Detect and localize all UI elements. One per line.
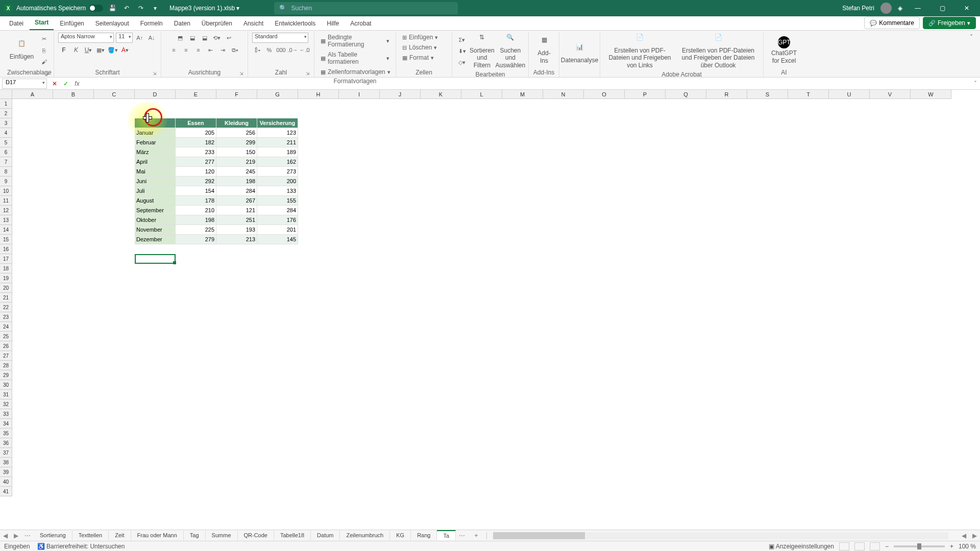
month-cell[interactable]: Mai xyxy=(135,167,176,177)
ribbon-tab-hilfe[interactable]: Hilfe xyxy=(322,17,344,30)
data-cell[interactable]: 233 xyxy=(176,147,216,157)
sheet-tab[interactable]: Tag xyxy=(184,531,206,540)
sheet-tab[interactable]: Zeit xyxy=(109,531,131,540)
data-cell[interactable]: 284 xyxy=(216,186,257,196)
data-cell[interactable]: 200 xyxy=(257,177,298,186)
col-header-P[interactable]: P xyxy=(625,90,666,99)
data-cell[interactable]: 277 xyxy=(176,157,216,167)
sheet-tab[interactable]: Rang xyxy=(411,531,437,540)
row-header-18[interactable]: 18 xyxy=(0,264,12,273)
inc-decimal-icon[interactable]: .0→ xyxy=(287,45,298,55)
sheet-tab[interactable]: Zeilenumbruch xyxy=(340,531,390,540)
row-header-13[interactable]: 13 xyxy=(0,215,12,225)
select-all-corner[interactable] xyxy=(0,90,12,99)
col-header-M[interactable]: M xyxy=(502,90,543,99)
thousands-icon[interactable]: 000 xyxy=(276,45,286,55)
number-format-combo[interactable]: Standard xyxy=(252,33,308,43)
dec-decimal-icon[interactable]: ←.0 xyxy=(299,45,310,55)
display-settings[interactable]: ▣ Anzeigeeinstellungen xyxy=(769,543,834,550)
sheet-tab[interactable]: Frau oder Mann xyxy=(131,531,184,540)
save-icon[interactable]: 💾 xyxy=(107,3,117,13)
row-header-5[interactable]: 5 xyxy=(0,138,12,147)
row-header-19[interactable]: 19 xyxy=(0,273,12,283)
row-header-8[interactable]: 8 xyxy=(0,167,12,177)
row-header-35[interactable]: 35 xyxy=(0,429,12,438)
chatgpt-button[interactable]: GPTChatGPT for Excel xyxy=(768,35,800,65)
name-box[interactable]: D17 xyxy=(2,79,47,89)
month-cell[interactable]: Oktober xyxy=(135,215,176,225)
accessibility-status[interactable]: ♿ Barrierefreiheit: Untersuchen xyxy=(37,543,125,550)
sheet-nav-prev[interactable]: ◀ xyxy=(0,532,11,539)
row-header-28[interactable]: 28 xyxy=(0,361,12,370)
col-header-D[interactable]: D xyxy=(135,90,176,99)
font-size-combo[interactable]: 11 xyxy=(116,33,133,43)
col-header-Q[interactable]: Q xyxy=(666,90,706,99)
row-header-10[interactable]: 10 xyxy=(0,186,12,196)
col-header-K[interactable]: K xyxy=(421,90,461,99)
align-left-icon[interactable]: ≡ xyxy=(168,45,180,55)
data-cell[interactable]: 284 xyxy=(257,206,298,215)
row-header-24[interactable]: 24 xyxy=(0,322,12,332)
ribbon-tab-datei[interactable]: Datei xyxy=(4,17,29,30)
format-painter-icon[interactable]: 🖌 xyxy=(38,57,50,67)
data-cell[interactable]: 219 xyxy=(216,157,257,167)
row-header-2[interactable]: 2 xyxy=(0,109,12,118)
sheet-tab[interactable]: Datum xyxy=(311,531,340,540)
data-cell[interactable]: 256 xyxy=(216,128,257,138)
fill-icon[interactable]: ⬇▾ xyxy=(456,46,468,57)
row-header-37[interactable]: 37 xyxy=(0,448,12,458)
row-header-38[interactable]: 38 xyxy=(0,458,12,467)
sheet-overflow[interactable]: ⋯ xyxy=(456,532,468,539)
share-button[interactable]: 🔗 Freigeben ▾ xyxy=(923,17,976,29)
month-cell[interactable]: Juni xyxy=(135,177,176,186)
row-header-14[interactable]: 14 xyxy=(0,225,12,235)
ribbon-tab-start[interactable]: Start xyxy=(30,16,54,30)
minimize-button[interactable]: — xyxy=(909,1,927,15)
col-header-S[interactable]: S xyxy=(747,90,788,99)
row-header-21[interactable]: 21 xyxy=(0,293,12,303)
month-cell[interactable]: Juli xyxy=(135,186,176,196)
data-cell[interactable]: 211 xyxy=(257,138,298,147)
data-cell[interactable]: 201 xyxy=(257,225,298,235)
sheet-tab[interactable]: Ta xyxy=(437,530,456,540)
redo-icon[interactable]: ↷ xyxy=(136,3,146,13)
month-cell[interactable]: Dezember xyxy=(135,235,176,244)
diamond-icon[interactable]: ◈ xyxy=(898,5,902,12)
col-header-A[interactable]: A xyxy=(12,90,53,99)
undo-icon[interactable]: ↶ xyxy=(121,3,132,13)
data-cell[interactable]: 245 xyxy=(216,167,257,177)
data-cell[interactable]: 193 xyxy=(216,225,257,235)
comments-button[interactable]: 💬 Kommentare xyxy=(864,17,920,29)
data-cell[interactable]: 154 xyxy=(176,186,216,196)
autosum-icon[interactable]: Σ▾ xyxy=(456,35,468,45)
col-header-G[interactable]: G xyxy=(257,90,298,99)
row-header-3[interactable]: 3 xyxy=(0,118,12,128)
row-header-22[interactable]: 22 xyxy=(0,303,12,312)
col-header-H[interactable]: H xyxy=(298,90,339,99)
find-select-button[interactable]: 🔍Suchen und Auswählen xyxy=(497,33,524,70)
row-header-26[interactable]: 26 xyxy=(0,341,12,351)
formula-input[interactable] xyxy=(83,79,971,89)
cancel-icon[interactable]: ✕ xyxy=(49,79,60,89)
align-right-icon[interactable]: ≡ xyxy=(193,45,204,55)
cell-styles[interactable]: ▦ Zellenformatvorlagen ▾ xyxy=(318,67,391,77)
table-header[interactable] xyxy=(135,118,176,128)
data-cell[interactable]: 299 xyxy=(216,138,257,147)
acrobat-pdf-links[interactable]: 📄Erstellen von PDF-Dateien und Freigeben… xyxy=(604,33,675,70)
border-icon[interactable]: ▦▾ xyxy=(95,45,106,55)
row-header-7[interactable]: 7 xyxy=(0,157,12,167)
row-header-20[interactable]: 20 xyxy=(0,283,12,293)
data-cell[interactable]: 121 xyxy=(216,206,257,215)
fx-icon[interactable]: fx xyxy=(71,79,83,89)
month-cell[interactable]: März xyxy=(135,147,176,157)
search-box[interactable]: 🔍 Suchen xyxy=(274,2,458,14)
conditional-formatting[interactable]: ▦ Bedingte Formatierung ▾ xyxy=(318,33,391,49)
data-cell[interactable]: 225 xyxy=(176,225,216,235)
zoom-level[interactable]: 100 % xyxy=(959,543,976,550)
data-analysis-button[interactable]: 📊Datenanalyse xyxy=(564,42,596,65)
user-name[interactable]: Stefan Petri xyxy=(842,5,874,12)
data-cell[interactable]: 213 xyxy=(216,235,257,244)
row-header-34[interactable]: 34 xyxy=(0,419,12,429)
fill-color-icon[interactable]: 🪣▾ xyxy=(107,45,118,55)
col-header-J[interactable]: J xyxy=(380,90,421,99)
